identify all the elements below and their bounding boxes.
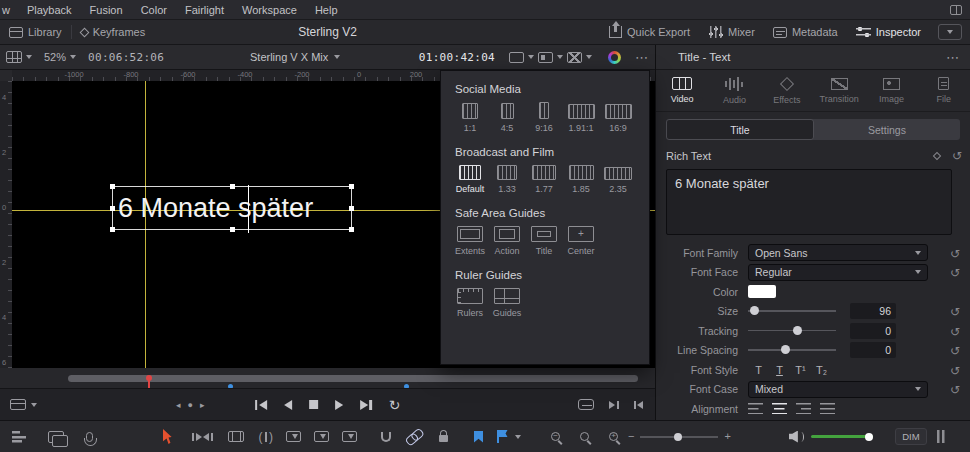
ruler-guides-rulers[interactable]: Rulers <box>455 288 485 318</box>
go-to-end-button[interactable] <box>360 400 372 410</box>
viewer-options-menu-icon[interactable] <box>635 50 649 65</box>
align-justify-icon[interactable] <box>820 403 835 414</box>
tracking-value[interactable]: 0 <box>850 323 896 339</box>
align-center-icon[interactable] <box>772 403 787 414</box>
menu-item-playback[interactable]: Playback <box>18 4 81 16</box>
menu-item-fairlight[interactable]: Fairlight <box>176 4 233 16</box>
safe-area-center[interactable]: Center <box>566 226 596 256</box>
dynamic-trim-mode-icon[interactable] <box>228 431 244 442</box>
resize-handle[interactable] <box>110 184 115 189</box>
subtab-settings[interactable]: Settings <box>814 119 960 140</box>
viewer-mode-dropdown[interactable] <box>0 399 37 410</box>
reset-icon[interactable] <box>944 341 966 359</box>
resize-handle[interactable] <box>110 227 115 232</box>
dim-button[interactable]: DIM <box>895 428 927 445</box>
align-left-icon[interactable] <box>748 403 763 414</box>
zoom-level-dropdown[interactable]: 52% <box>38 51 82 63</box>
trim-edit-mode-icon[interactable] <box>192 433 213 441</box>
loop-playback-icon[interactable] <box>389 396 401 414</box>
transform-mode-icon[interactable] <box>567 52 582 63</box>
loop-range-icon[interactable] <box>578 399 594 410</box>
mixer-button[interactable]: Mixer <box>699 20 764 44</box>
line-spacing-slider[interactable] <box>748 342 836 358</box>
panel-preset-dropdown[interactable] <box>938 24 962 40</box>
reset-icon[interactable] <box>944 322 966 340</box>
tab-image[interactable]: Image <box>865 70 917 111</box>
replace-clip-icon[interactable] <box>342 431 357 442</box>
size-slider[interactable] <box>748 303 836 319</box>
reset-icon[interactable] <box>944 380 966 398</box>
resize-handle[interactable] <box>349 206 354 211</box>
scrubber-bar[interactable] <box>68 375 638 382</box>
guide-option-1-91-1[interactable]: 1.91:1 <box>566 104 596 133</box>
menu-item-color[interactable]: Color <box>132 4 176 16</box>
align-right-icon[interactable] <box>796 403 811 414</box>
inspector-button[interactable]: Inspector <box>847 20 930 44</box>
guide-option-default[interactable]: Default <box>455 165 485 194</box>
color-loop-icon[interactable] <box>608 51 621 64</box>
metadata-button[interactable]: Metadata <box>764 20 847 44</box>
go-to-start-button[interactable] <box>255 400 267 410</box>
font-family-dropdown[interactable]: Open Sans <box>748 244 928 261</box>
overlay-guides-icon[interactable] <box>538 52 553 63</box>
timeline-zoom-slider[interactable] <box>640 430 718 444</box>
linked-selection-icon[interactable] <box>404 427 424 446</box>
position-lock-icon[interactable] <box>439 435 448 442</box>
font-style-subscript-button[interactable]: T₂ <box>811 364 832 376</box>
step-back-button[interactable] <box>284 400 292 410</box>
resize-handle[interactable] <box>110 206 115 211</box>
font-style-underline-button[interactable]: T <box>769 364 790 376</box>
reset-icon[interactable] <box>944 244 966 262</box>
tab-effects[interactable]: Effects <box>761 70 813 111</box>
keyframe-toggle-icon[interactable] <box>933 152 941 160</box>
blade-edit-mode-icon[interactable] <box>259 430 274 444</box>
guide-option-2-35[interactable]: 2.35 <box>603 167 633 194</box>
safe-area-extents[interactable]: Extents <box>455 226 485 256</box>
zoom-in-icon[interactable]: + <box>724 431 730 442</box>
detail-zoom-icon[interactable]: + <box>609 432 618 441</box>
guide-option-4-5[interactable]: 4:5 <box>492 103 522 133</box>
safe-area-title[interactable]: Title <box>529 226 559 256</box>
snapping-icon[interactable] <box>381 432 391 442</box>
jog-left-icon[interactable]: ◂ <box>176 400 181 410</box>
jog-dot-icon[interactable]: ● <box>188 400 193 410</box>
jog-control[interactable]: ◂ ● ▸ <box>176 400 205 410</box>
line-spacing-value[interactable]: 0 <box>850 342 896 358</box>
menu-item-help[interactable]: Help <box>306 4 347 16</box>
zoom-fit-icon[interactable]: − <box>551 432 560 441</box>
audio-volume-slider[interactable] <box>811 430 873 444</box>
zoom-out-icon[interactable]: − <box>628 431 634 442</box>
rich-text-input[interactable]: 6 Monate später <box>666 169 952 235</box>
voiceover-mic-icon[interactable] <box>86 432 93 442</box>
font-style-plain-button[interactable]: T <box>748 364 769 376</box>
vertical-ruler[interactable]: 4 2 0 2 4 6 <box>0 70 12 368</box>
guide-option-1-33[interactable]: 1.33 <box>492 165 522 194</box>
guide-option-9-16[interactable]: 9:16 <box>529 102 559 133</box>
tab-audio[interactable]: Audio <box>708 70 760 111</box>
font-face-dropdown[interactable]: Regular <box>748 264 928 281</box>
window-layout-icon[interactable] <box>950 5 962 15</box>
insert-clip-icon[interactable] <box>286 431 301 442</box>
stacked-timelines-icon[interactable] <box>48 431 64 443</box>
reset-icon[interactable] <box>944 361 966 379</box>
menu-item-partial[interactable]: w <box>2 4 10 16</box>
guide-option-1-1[interactable]: 1:1 <box>455 103 485 133</box>
guide-option-1-77[interactable]: 1.77 <box>529 165 559 194</box>
resize-handle[interactable] <box>349 184 354 189</box>
resize-handle[interactable] <box>230 184 235 189</box>
reset-icon[interactable] <box>944 302 966 320</box>
rich-text-section-header[interactable]: Rich Text <box>666 147 962 165</box>
font-style-superscript-button[interactable]: T¹ <box>790 364 811 376</box>
stop-button[interactable] <box>309 400 318 409</box>
audio-meter-icon[interactable] <box>937 430 945 443</box>
tab-video[interactable]: Video <box>656 70 708 111</box>
marker-color-chevron-icon[interactable] <box>515 435 521 439</box>
reset-icon[interactable] <box>944 263 966 281</box>
resize-handle[interactable] <box>349 227 354 232</box>
ruler-guides-guides[interactable]: Guides <box>492 288 522 318</box>
marker-icon[interactable] <box>497 430 508 443</box>
tab-file[interactable]: File <box>918 70 970 111</box>
viewer-source-dropdown[interactable] <box>0 51 38 63</box>
next-marker-button[interactable] <box>609 401 619 409</box>
resize-handle[interactable] <box>230 227 235 232</box>
